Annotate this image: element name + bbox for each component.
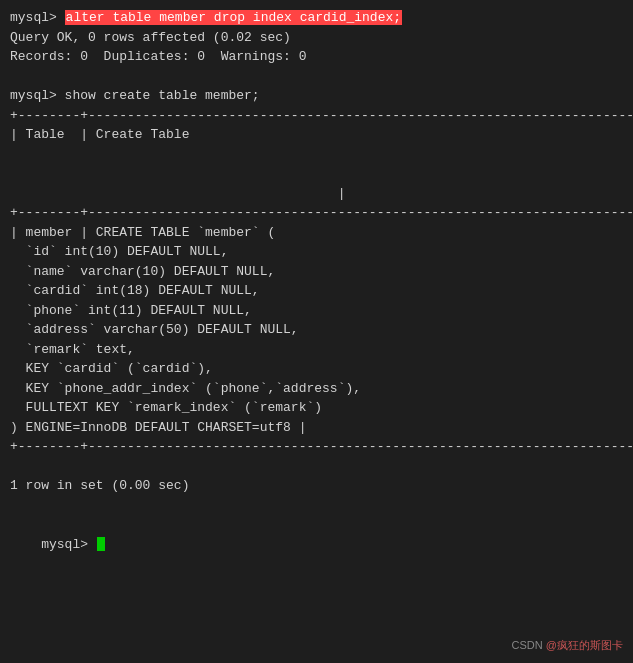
watermark: CSDN @疯狂的斯图卡 [512, 638, 623, 653]
line-2: Query OK, 0 rows affected (0.02 sec) [10, 28, 623, 48]
show-cmd: show create table member; [65, 88, 260, 103]
line-4: mysql> show create table member; [10, 86, 623, 106]
blank-header [10, 145, 623, 165]
data-row-7: `remark` text, [10, 340, 623, 360]
data-row-4: `cardid` int(18) DEFAULT NULL, [10, 281, 623, 301]
line-3: Records: 0 Duplicates: 0 Warnings: 0 [10, 47, 623, 67]
terminal-window: mysql> alter table member drop index car… [0, 0, 633, 663]
line-blank-3 [10, 496, 623, 516]
data-row-1: | member | CREATE TABLE `member` ( [10, 223, 623, 243]
prompt-1: mysql> [10, 10, 65, 25]
table-header-row: | Table | Create Table [10, 125, 623, 145]
data-row-11: ) ENGINE=InnoDB DEFAULT CHARSET=utf8 | [10, 418, 623, 438]
continuation-pipe: | [10, 184, 623, 204]
data-row-10: FULLTEXT KEY `remark_index` (`remark`) [10, 398, 623, 418]
data-row-6: `address` varchar(50) DEFAULT NULL, [10, 320, 623, 340]
data-row-9: KEY `phone_addr_index` (`phone`,`address… [10, 379, 623, 399]
prompt-2: mysql> [10, 88, 65, 103]
border-bot-1: +--------+------------------------------… [10, 437, 623, 457]
data-row-5: `phone` int(11) DEFAULT NULL, [10, 301, 623, 321]
final-prompt: mysql> [41, 537, 96, 552]
final-prompt-line[interactable]: mysql> [10, 515, 623, 574]
data-row-8: KEY `cardid` (`cardid`), [10, 359, 623, 379]
line-1: mysql> alter table member drop index car… [10, 8, 623, 28]
border-top-1: +--------+------------------------------… [10, 106, 623, 126]
data-row-3: `name` varchar(10) DEFAULT NULL, [10, 262, 623, 282]
line-blank-1 [10, 67, 623, 87]
watermark-author: @疯狂的斯图卡 [546, 639, 623, 651]
line-blank-2 [10, 457, 623, 477]
blank-header2 [10, 164, 623, 184]
highlighted-command: alter table member drop index cardid_ind… [65, 10, 402, 25]
data-row-2: `id` int(10) DEFAULT NULL, [10, 242, 623, 262]
watermark-site: CSDN [512, 639, 546, 651]
cursor [97, 537, 105, 551]
border-mid-1: +--------+------------------------------… [10, 203, 623, 223]
result-line: 1 row in set (0.00 sec) [10, 476, 623, 496]
